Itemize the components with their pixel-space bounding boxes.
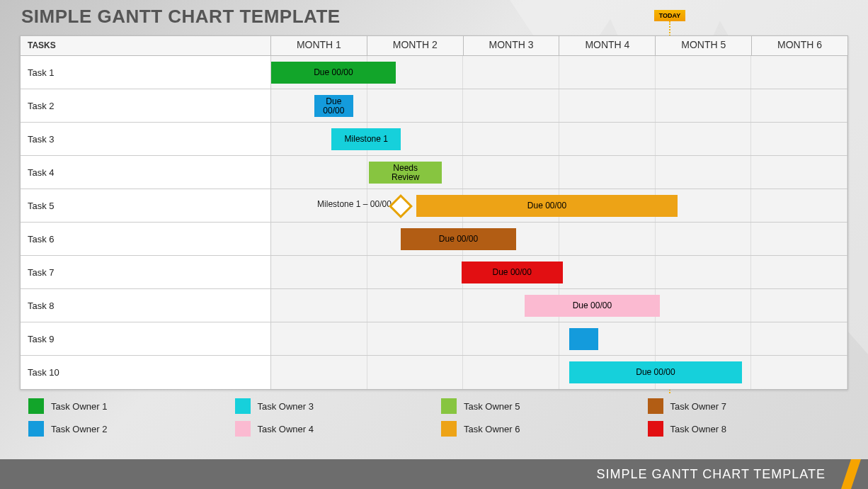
footer-title: SIMPLE GANTT CHART TEMPLATE: [597, 467, 826, 482]
task-row: Task 9: [21, 322, 847, 356]
legend-item: Task Owner 2: [28, 421, 221, 437]
legend-item: Task Owner 8: [648, 421, 840, 437]
task-row: Task 3 Milestone 1: [21, 123, 847, 156]
gantt-bar-task1[interactable]: Due 00/00: [271, 62, 396, 84]
task-label: Task 2: [21, 89, 271, 122]
legend-label: Task Owner 8: [670, 424, 726, 434]
task-label: Task 7: [21, 256, 271, 288]
legend-item: Task Owner 7: [648, 398, 840, 414]
gantt-bar-task6[interactable]: Due 00/00: [401, 228, 516, 250]
header-month-1: MONTH 1: [271, 36, 367, 55]
task-row: Task 4 Needs Review: [21, 156, 847, 189]
task-row: Task 7 Due 00/00: [21, 256, 847, 289]
gantt-bar-task10[interactable]: Due 00/00: [569, 361, 742, 383]
header-tasks: TASKS: [21, 36, 271, 55]
header-month-4: MONTH 4: [559, 36, 656, 55]
header-month-5: MONTH 5: [656, 36, 752, 55]
header-month-3: MONTH 3: [464, 36, 560, 55]
legend-label: Task Owner 4: [258, 424, 314, 434]
legend-item: Task Owner 6: [441, 421, 634, 437]
footer-slash-icon: [833, 459, 861, 489]
task-label: Task 4: [21, 156, 271, 189]
task-label: Task 5: [21, 189, 271, 222]
swatch-icon: [235, 398, 251, 414]
today-badge: TODAY: [654, 10, 685, 21]
task-label: Task 3: [21, 123, 271, 155]
legend-item: Task Owner 1: [28, 398, 221, 414]
swatch-icon: [28, 421, 44, 437]
swatch-icon: [648, 398, 663, 414]
legend: Task Owner 1 Task Owner 3 Task Owner 5 T…: [28, 398, 840, 437]
legend-item: Task Owner 3: [235, 398, 428, 414]
timeline-cell: Due 00/00: [271, 56, 847, 89]
swatch-icon: [235, 421, 251, 437]
page-title: SIMPLE GANTT CHART TEMPLATE: [21, 6, 341, 28]
task-label: Task 6: [21, 223, 271, 255]
legend-label: Task Owner 7: [670, 401, 726, 412]
gantt-bar-task4[interactable]: Needs Review: [369, 162, 442, 184]
legend-item: Task Owner 5: [441, 398, 634, 414]
legend-item: Task Owner 4: [235, 421, 428, 437]
footer-bar: SIMPLE GANTT CHART TEMPLATE: [0, 459, 868, 489]
header-row: TASKS MONTH 1 MONTH 2 MONTH 3 MONTH 4 MO…: [21, 36, 847, 56]
gantt-bar-task5[interactable]: Due 00/00: [416, 195, 678, 217]
task-label: Task 9: [21, 322, 271, 355]
task-label: Task 8: [21, 289, 271, 322]
task-label: Task 1: [21, 56, 271, 89]
gantt-bar-task8[interactable]: Due 00/00: [525, 295, 659, 317]
gantt-bar-task2[interactable]: Due 00/00: [314, 95, 353, 117]
legend-label: Task Owner 1: [51, 401, 107, 412]
task-row: Task 10 Due 00/00: [21, 356, 847, 389]
task-row: Task 1 Due 00/00: [21, 56, 847, 89]
legend-label: Task Owner 2: [51, 424, 107, 434]
swatch-icon: [28, 398, 44, 414]
svg-marker-4: [841, 459, 861, 489]
gantt-chart: TASKS MONTH 1 MONTH 2 MONTH 3 MONTH 4 MO…: [20, 35, 848, 390]
task-row: Task 8 Due 00/00: [21, 289, 847, 322]
swatch-icon: [441, 421, 457, 437]
swatch-icon: [648, 421, 663, 437]
gantt-bar-task7[interactable]: Due 00/00: [462, 262, 563, 283]
task-label: Task 10: [21, 356, 271, 389]
task-row: Task 2 Due 00/00: [21, 89, 847, 123]
gantt-bar-task9[interactable]: [569, 328, 598, 350]
legend-label: Task Owner 6: [464, 424, 520, 434]
gantt-bar-task3[interactable]: Milestone 1: [331, 128, 401, 150]
header-month-2: MONTH 2: [367, 36, 464, 55]
milestone-label: Milestone 1 – 00/00: [317, 199, 392, 209]
header-month-6: MONTH 6: [752, 36, 847, 55]
task-row: Task 6 Due 00/00: [21, 223, 847, 256]
legend-label: Task Owner 5: [464, 401, 520, 412]
swatch-icon: [441, 398, 457, 414]
gantt-rows: Task 1 Due 00/00 Task 2 Due 00/00 Task 3…: [21, 56, 847, 389]
legend-label: Task Owner 3: [258, 401, 314, 412]
task-row: Task 5 Milestone 1 – 00/00 Due 00/00: [21, 189, 847, 223]
